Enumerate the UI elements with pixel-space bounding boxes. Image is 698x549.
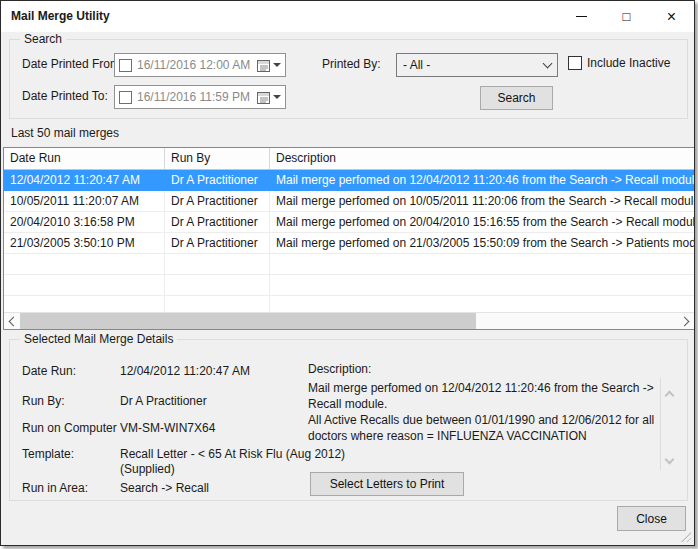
date-from-checkbox[interactable] bbox=[119, 59, 132, 72]
cell-description: Mail merge perfomed on 20/04/2010 15:16:… bbox=[270, 212, 694, 232]
table-row[interactable]: 21/03/2005 3:50:10 PM Dr A Practitioner … bbox=[4, 233, 694, 254]
description-line: All Active Recalls due between 01/01/199… bbox=[308, 412, 658, 444]
date-from-dropdown-icon bbox=[273, 63, 281, 67]
printed-by-value: - All - bbox=[403, 58, 544, 72]
search-group-label: Search bbox=[20, 32, 66, 46]
calendar-icon bbox=[257, 91, 270, 104]
printed-by-dropdown[interactable]: - All - bbox=[396, 53, 558, 77]
select-letters-to-print-button[interactable]: Select Letters to Print bbox=[310, 472, 464, 496]
cell-date-run: 10/05/2011 11:20:07 AM bbox=[4, 191, 165, 211]
chevron-down-icon bbox=[543, 59, 553, 69]
cell-description: Mail merge perfomed on 10/05/2011 11:20:… bbox=[270, 191, 694, 211]
date-to-checkbox[interactable] bbox=[119, 91, 132, 104]
include-inactive-checkbox[interactable] bbox=[568, 56, 582, 70]
description-scroll-up-button[interactable] bbox=[666, 388, 673, 402]
include-inactive-checkbox-row[interactable]: Include Inactive bbox=[568, 56, 670, 70]
cell-description: Mail merge perfomed on 12/04/2012 11:20:… bbox=[270, 170, 694, 190]
calendar-icon bbox=[257, 59, 270, 72]
printed-by-label: Printed By: bbox=[322, 57, 381, 71]
column-header-run-by[interactable]: Run By bbox=[165, 148, 270, 169]
scroll-right-button[interactable] bbox=[678, 313, 694, 330]
horizontal-scrollbar[interactable] bbox=[4, 312, 694, 329]
empty-row bbox=[4, 254, 694, 275]
scrollbar-thumb[interactable] bbox=[20, 313, 476, 330]
date-from-calendar-button[interactable] bbox=[257, 59, 281, 72]
cell-run-by: Dr A Practitioner bbox=[165, 170, 270, 190]
date-to-dropdown-icon bbox=[273, 95, 281, 99]
date-run-label: Date Run: bbox=[22, 364, 76, 378]
description-label: Description: bbox=[308, 362, 371, 376]
chevron-right-icon bbox=[680, 317, 690, 327]
date-to-value: 16/11/2016 11:59 PM bbox=[137, 90, 257, 104]
close-window-button[interactable]: × bbox=[649, 1, 694, 32]
cell-description: Mail merge perfomed on 21/03/2005 15:50:… bbox=[270, 233, 694, 253]
maximize-icon: □ bbox=[623, 9, 631, 24]
search-button[interactable]: Search bbox=[480, 86, 553, 110]
title-bar: Mail Merge Utility □ × bbox=[1, 1, 694, 32]
date-to-calendar-button[interactable] bbox=[257, 91, 281, 104]
template-label: Template: bbox=[22, 447, 74, 461]
list-caption: Last 50 mail merges bbox=[11, 126, 119, 140]
scroll-left-button[interactable] bbox=[4, 313, 20, 330]
date-printed-from-label: Date Printed From: bbox=[22, 57, 123, 71]
description-text: Mail merge perfomed on 12/04/2012 11:20:… bbox=[308, 380, 658, 444]
resize-grip[interactable] bbox=[681, 532, 691, 542]
table-row[interactable]: 20/04/2010 3:16:58 PM Dr A Practitioner … bbox=[4, 212, 694, 233]
date-printed-to-label: Date Printed To: bbox=[22, 89, 108, 103]
include-inactive-label: Include Inactive bbox=[587, 56, 670, 70]
cell-date-run: 12/04/2012 11:20:47 AM bbox=[4, 170, 165, 190]
table-row[interactable]: 12/04/2012 11:20:47 AM Dr A Practitioner… bbox=[4, 170, 694, 191]
date-printed-from-field[interactable]: 16/11/2016 12:00 AM bbox=[114, 53, 286, 77]
cell-run-by: Dr A Practitioner bbox=[165, 233, 270, 253]
selected-mail-merge-details-group: Selected Mail Merge Details Date Run: 12… bbox=[9, 339, 688, 501]
mail-merge-list: Date Run Run By Description 12/04/2012 1… bbox=[3, 147, 695, 330]
chevron-down-icon bbox=[665, 455, 675, 465]
chevron-left-icon bbox=[9, 317, 19, 327]
cell-date-run: 20/04/2010 3:16:58 PM bbox=[4, 212, 165, 232]
description-scrollbar-track bbox=[660, 378, 661, 470]
minimize-button[interactable] bbox=[559, 1, 604, 32]
table-row[interactable]: 10/05/2011 11:20:07 AM Dr A Practitioner… bbox=[4, 191, 694, 212]
close-icon: × bbox=[667, 8, 676, 26]
description-scroll-down-button[interactable] bbox=[666, 452, 673, 466]
minimize-icon bbox=[576, 16, 587, 17]
mail-merge-utility-window: Mail Merge Utility □ × Search Date Print… bbox=[0, 0, 695, 546]
chevron-up-icon bbox=[665, 391, 675, 401]
run-on-computer-label: Run on Computer bbox=[22, 421, 117, 435]
description-line: Mail merge perfomed on 12/04/2012 11:20:… bbox=[308, 380, 658, 412]
column-header-description[interactable]: Description bbox=[270, 148, 694, 169]
window-title: Mail Merge Utility bbox=[11, 1, 110, 32]
date-from-value: 16/11/2016 12:00 AM bbox=[137, 58, 257, 72]
cell-run-by: Dr A Practitioner bbox=[165, 212, 270, 232]
maximize-button[interactable]: □ bbox=[604, 1, 649, 32]
window-controls: □ × bbox=[559, 1, 694, 32]
run-by-label: Run By: bbox=[22, 394, 65, 408]
run-in-area-label: Run in Area: bbox=[22, 481, 88, 495]
details-group-label: Selected Mail Merge Details bbox=[20, 332, 177, 346]
date-printed-to-field[interactable]: 16/11/2016 11:59 PM bbox=[114, 85, 286, 109]
search-group: Search Date Printed From: 16/11/2016 12:… bbox=[9, 39, 688, 119]
column-header-date-run[interactable]: Date Run bbox=[4, 148, 165, 169]
cell-date-run: 21/03/2005 3:50:10 PM bbox=[4, 233, 165, 253]
empty-row bbox=[4, 275, 694, 296]
list-header: Date Run Run By Description bbox=[4, 148, 694, 170]
cell-run-by: Dr A Practitioner bbox=[165, 191, 270, 211]
close-button[interactable]: Close bbox=[617, 506, 686, 531]
